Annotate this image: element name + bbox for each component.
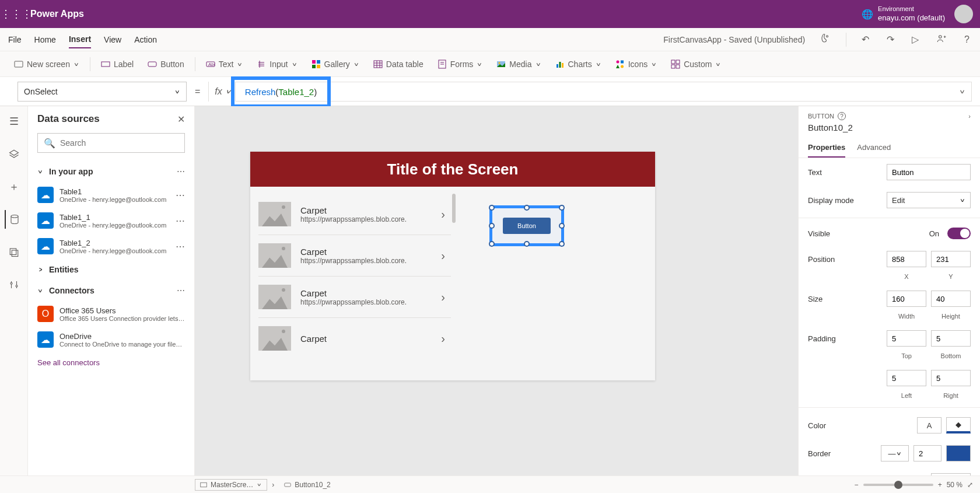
zoom-slider[interactable] [863, 484, 933, 486]
more-icon[interactable]: ⋯ [177, 167, 185, 176]
help-icon[interactable]: ? [962, 34, 972, 45]
border-radius-input[interactable] [931, 473, 971, 475]
gallery-item[interactable]: Carpethttps://pwrappssamples.blob.core. … [258, 194, 451, 235]
zoom-out-icon[interactable]: − [855, 481, 859, 489]
data-source-item[interactable]: ☁ Table1_2OneDrive - henry.legge@outlook… [28, 233, 194, 259]
fit-to-window-icon[interactable]: ⤢ [967, 481, 973, 489]
more-icon[interactable]: ⋯ [176, 215, 185, 226]
connector-item[interactable]: ☁ OneDriveConnect to OneDrive to manage … [28, 327, 194, 352]
menu-action[interactable]: Action [134, 32, 157, 48]
border-style-select[interactable]: — ∨ [881, 445, 909, 461]
data-icon[interactable] [5, 210, 23, 229]
padding-left-input[interactable] [887, 370, 926, 386]
section-entities[interactable]: ∨ Entities [28, 259, 194, 280]
data-table-button[interactable]: Data table [368, 56, 429, 72]
button-button[interactable]: Button [142, 56, 190, 72]
data-source-item[interactable]: ☁ Table1OneDrive - henry.legge@outlook.c… [28, 182, 194, 208]
label-button[interactable]: Label [95, 56, 139, 72]
help-icon[interactable]: ? [838, 112, 846, 120]
tools-icon[interactable] [5, 275, 23, 294]
forms-dropdown[interactable]: Forms∨ [432, 56, 489, 72]
app-screen[interactable]: Title of the Screen Carpethttps://pwrapp… [250, 152, 655, 380]
resize-handle[interactable] [489, 241, 495, 247]
section-in-your-app[interactable]: ∨ In your app ⋯ [28, 161, 194, 182]
gallery-item[interactable]: Carpet › [258, 318, 451, 359]
menu-home[interactable]: Home [34, 32, 56, 48]
pos-y-input[interactable] [931, 251, 971, 267]
chevron-right-icon[interactable]: › [441, 208, 445, 221]
new-screen-button[interactable]: New screen∨ [8, 56, 85, 72]
input-dropdown[interactable]: Input∨ [251, 56, 303, 72]
font-color-button[interactable]: A [917, 417, 942, 433]
canvas-area[interactable]: Title of the Screen Carpethttps://pwrapp… [195, 106, 798, 475]
tab-advanced[interactable]: Advanced [857, 138, 891, 158]
breadcrumb-screen[interactable]: MasterScre… ∨ [195, 479, 267, 491]
gallery-item[interactable]: Carpethttps://pwrappssamples.blob.core. … [258, 277, 451, 318]
padding-top-input[interactable] [887, 330, 926, 347]
chevron-right-icon[interactable]: › [441, 332, 445, 345]
more-icon[interactable]: ⋯ [176, 241, 185, 252]
data-source-item[interactable]: ☁ Table1_1OneDrive - henry.legge@outlook… [28, 208, 194, 233]
prop-displaymode-select[interactable]: Edit∨ [887, 192, 971, 208]
charts-dropdown[interactable]: Charts∨ [550, 56, 607, 72]
more-icon[interactable]: ⋯ [177, 286, 185, 295]
border-width-input[interactable] [914, 445, 942, 461]
resize-handle[interactable] [489, 205, 495, 211]
padding-right-input[interactable] [931, 370, 971, 386]
gallery-control[interactable]: Carpethttps://pwrappssamples.blob.core. … [258, 194, 451, 359]
text-dropdown[interactable]: Abc Text∨ [200, 56, 249, 72]
user-avatar[interactable] [954, 5, 973, 23]
media-panel-icon[interactable] [5, 243, 23, 261]
app-checker-icon[interactable] [818, 33, 833, 46]
breadcrumb-element[interactable]: Button10_2 [279, 479, 335, 491]
prop-text-input[interactable] [887, 164, 971, 180]
menu-insert[interactable]: Insert [69, 31, 91, 48]
tab-properties[interactable]: Properties [808, 138, 845, 158]
gallery-item[interactable]: Carpethttps://pwrappssamples.blob.core. … [258, 235, 451, 277]
chevron-right-icon[interactable]: › [968, 113, 971, 120]
visible-toggle[interactable] [947, 228, 971, 239]
resize-handle[interactable] [489, 223, 495, 229]
menu-view[interactable]: View [104, 32, 121, 48]
connector-item[interactable]: O Office 365 UsersOffice 365 Users Conne… [28, 301, 194, 327]
redo-icon[interactable]: ↷ [884, 34, 897, 45]
add-icon[interactable]: ＋ [5, 177, 23, 196]
button-preview[interactable]: Button [503, 218, 551, 234]
environment-switcher[interactable]: Environment enayu.com (default) [878, 5, 945, 23]
waffle-icon[interactable]: ⋮⋮⋮ [7, 5, 26, 23]
resize-handle[interactable] [559, 223, 565, 229]
share-icon[interactable] [934, 33, 949, 46]
resize-handle[interactable] [524, 205, 530, 211]
resize-handle[interactable] [559, 241, 565, 247]
zoom-handle[interactable] [894, 481, 902, 489]
undo-icon[interactable]: ↶ [859, 34, 872, 45]
more-icon[interactable]: ⋯ [176, 190, 185, 201]
see-all-connectors-link[interactable]: See all connectors [28, 352, 194, 373]
zoom-in-icon[interactable]: + [938, 481, 942, 489]
environment-icon[interactable]: 🌐 [862, 9, 873, 20]
width-input[interactable] [887, 291, 926, 307]
fill-color-button[interactable]: ◆ [946, 417, 971, 433]
resize-handle[interactable] [524, 241, 530, 247]
custom-dropdown[interactable]: Custom∨ [665, 56, 727, 72]
section-connectors[interactable]: ∨ Connectors ⋯ [28, 280, 194, 301]
border-color-swatch[interactable] [946, 445, 971, 461]
layers-icon[interactable] [5, 145, 23, 163]
media-dropdown[interactable]: Media∨ [491, 56, 547, 72]
chevron-right-icon[interactable]: › [441, 249, 445, 263]
tree-view-icon[interactable]: ☰ [5, 112, 23, 131]
gallery-dropdown[interactable]: Gallery∨ [306, 56, 365, 72]
padding-bottom-input[interactable] [931, 330, 971, 347]
search-input[interactable]: 🔍 [37, 133, 185, 153]
property-selector[interactable]: OnSelect ∨ [18, 82, 187, 102]
icons-dropdown[interactable]: Icons∨ [610, 56, 663, 72]
close-icon[interactable]: ✕ [177, 114, 185, 125]
scrollbar[interactable] [452, 194, 456, 223]
chevron-right-icon[interactable]: › [441, 291, 445, 304]
play-icon[interactable]: ▷ [909, 34, 921, 45]
formula-expand-icon[interactable]: ∨ [959, 88, 965, 95]
menu-file[interactable]: File [8, 32, 22, 48]
pos-x-input[interactable] [887, 251, 926, 267]
resize-handle[interactable] [559, 205, 565, 211]
selected-button-control[interactable]: Button [489, 205, 564, 246]
